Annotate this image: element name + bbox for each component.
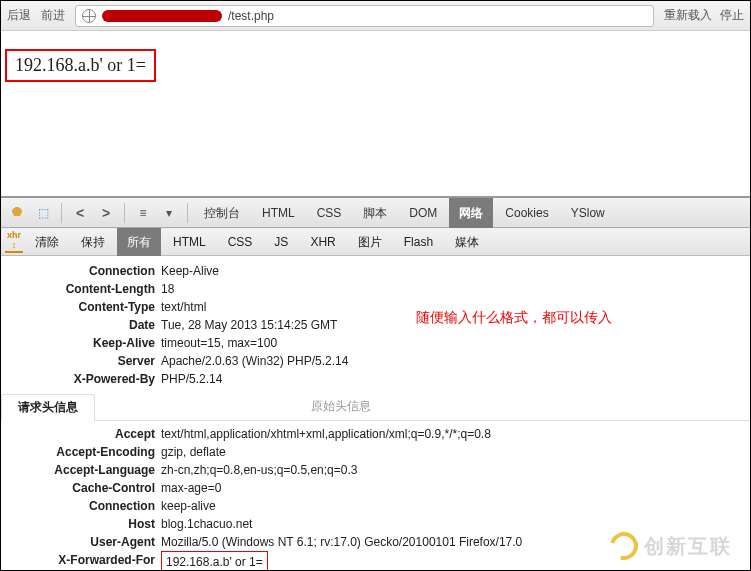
header-value: timeout=15, max=100 bbox=[161, 334, 277, 352]
annotation-text: 随便输入什么格式，都可以传入 bbox=[416, 309, 612, 327]
header-value: max-age=0 bbox=[161, 479, 221, 497]
subtab-images[interactable]: 图片 bbox=[348, 228, 392, 256]
header-value: keep-alive bbox=[161, 497, 216, 515]
header-value: Mozilla/5.0 (Windows NT 6.1; rv:17.0) Ge… bbox=[161, 533, 522, 551]
header-value: text/html bbox=[161, 298, 206, 316]
browser-toolbar: 后退 前进 /test.php 重新载入 停止 bbox=[1, 1, 750, 31]
xhr-icon[interactable]: xhr↕ bbox=[5, 230, 23, 253]
subtab-persist[interactable]: 保持 bbox=[71, 228, 115, 256]
subtab-clear[interactable]: 清除 bbox=[25, 228, 69, 256]
header-row: Hostblog.1chacuo.net bbox=[1, 515, 750, 533]
header-row: Keep-Alivetimeout=15, max=100 bbox=[1, 334, 750, 352]
stop-button[interactable]: 停止 bbox=[720, 7, 744, 24]
header-name: Host bbox=[1, 515, 161, 533]
tab-cookies[interactable]: Cookies bbox=[495, 198, 558, 228]
firebug-icon[interactable] bbox=[5, 202, 29, 224]
tab-dom[interactable]: DOM bbox=[399, 198, 447, 228]
header-row: Accept-Languagezh-cn,zh;q=0.8,en-us;q=0.… bbox=[1, 461, 750, 479]
header-row: Cache-Controlmax-age=0 bbox=[1, 479, 750, 497]
header-section-tabs: 请求头信息 原始头信息 bbox=[1, 394, 750, 421]
devtools-topbar: ⬚ < > ≡ ▾ 控制台 HTML CSS 脚本 DOM 网络 Cookies… bbox=[1, 198, 750, 228]
header-row: Content-Length18 bbox=[1, 280, 750, 298]
subtab-flash[interactable]: Flash bbox=[394, 228, 443, 256]
header-value: 192.168.a.b' or 1= bbox=[161, 551, 268, 571]
globe-icon bbox=[82, 9, 96, 23]
header-value: PHP/5.2.14 bbox=[161, 370, 222, 388]
list-icon[interactable]: ≡ bbox=[131, 202, 155, 224]
header-name: Cache-Control bbox=[1, 479, 161, 497]
subtab-css[interactable]: CSS bbox=[218, 228, 263, 256]
header-name: X-Forwarded-For bbox=[1, 551, 161, 569]
subtab-media[interactable]: 媒体 bbox=[445, 228, 489, 256]
inspect-icon[interactable]: ⬚ bbox=[31, 202, 55, 224]
page-content: 192.168.a.b' or 1= bbox=[1, 31, 750, 196]
header-name: Accept-Language bbox=[1, 461, 161, 479]
devtools-content: ConnectionKeep-AliveContent-Length18Cont… bbox=[1, 256, 750, 571]
header-value: Keep-Alive bbox=[161, 262, 219, 280]
section-tab-raw[interactable]: 原始头信息 bbox=[295, 394, 387, 420]
echoed-xff-value: 192.168.a.b' or 1= bbox=[5, 49, 156, 82]
tab-net[interactable]: 网络 bbox=[449, 198, 493, 228]
tab-html[interactable]: HTML bbox=[252, 198, 305, 228]
subtab-html[interactable]: HTML bbox=[163, 228, 216, 256]
header-row: User-AgentMozilla/5.0 (Windows NT 6.1; r… bbox=[1, 533, 750, 551]
header-name: Content-Length bbox=[1, 280, 161, 298]
devtools-subbar: xhr↕ 清除 保持 所有 HTML CSS JS XHR 图片 Flash 媒… bbox=[1, 228, 750, 256]
header-row: ConnectionKeep-Alive bbox=[1, 262, 750, 280]
header-value: text/html,application/xhtml+xml,applicat… bbox=[161, 425, 491, 443]
header-row: Connectionkeep-alive bbox=[1, 497, 750, 515]
header-row: X-Forwarded-For192.168.a.b' or 1= bbox=[1, 551, 750, 571]
header-value: blog.1chacuo.net bbox=[161, 515, 252, 533]
devtools-panel: ⬚ < > ≡ ▾ 控制台 HTML CSS 脚本 DOM 网络 Cookies… bbox=[1, 196, 750, 571]
url-bar[interactable]: /test.php bbox=[75, 5, 654, 27]
header-name: Keep-Alive bbox=[1, 334, 161, 352]
tab-yslow[interactable]: YSlow bbox=[561, 198, 615, 228]
header-name: Accept-Encoding bbox=[1, 443, 161, 461]
section-tab-request[interactable]: 请求头信息 bbox=[1, 394, 95, 421]
highlighted-xff-value: 192.168.a.b' or 1= bbox=[161, 551, 268, 571]
nav-back-icon[interactable]: < bbox=[68, 202, 92, 224]
header-name: User-Agent bbox=[1, 533, 161, 551]
header-value: 18 bbox=[161, 280, 174, 298]
header-row: Accepttext/html,application/xhtml+xml,ap… bbox=[1, 425, 750, 443]
back-button[interactable]: 后退 bbox=[7, 7, 31, 24]
header-name: X-Powered-By bbox=[1, 370, 161, 388]
header-name: Content-Type bbox=[1, 298, 161, 316]
header-name: Date bbox=[1, 316, 161, 334]
url-path: /test.php bbox=[228, 9, 274, 23]
header-value: Tue, 28 May 2013 15:14:25 GMT bbox=[161, 316, 337, 334]
header-row: ServerApache/2.0.63 (Win32) PHP/5.2.14 bbox=[1, 352, 750, 370]
header-name: Connection bbox=[1, 497, 161, 515]
forward-button[interactable]: 前进 bbox=[41, 7, 65, 24]
header-value: Apache/2.0.63 (Win32) PHP/5.2.14 bbox=[161, 352, 348, 370]
nav-forward-icon[interactable]: > bbox=[94, 202, 118, 224]
request-headers: Accepttext/html,application/xhtml+xml,ap… bbox=[1, 425, 750, 571]
response-headers: ConnectionKeep-AliveContent-Length18Cont… bbox=[1, 262, 750, 388]
subtab-xhr[interactable]: XHR bbox=[300, 228, 345, 256]
header-value: zh-cn,zh;q=0.8,en-us;q=0.5,en;q=0.3 bbox=[161, 461, 357, 479]
tab-console[interactable]: 控制台 bbox=[194, 198, 250, 228]
tab-css[interactable]: CSS bbox=[307, 198, 352, 228]
subtab-all[interactable]: 所有 bbox=[117, 228, 161, 256]
header-row: Content-Typetext/html bbox=[1, 298, 750, 316]
tab-script[interactable]: 脚本 bbox=[353, 198, 397, 228]
header-name: Server bbox=[1, 352, 161, 370]
url-redacted bbox=[102, 10, 222, 22]
header-name: Connection bbox=[1, 262, 161, 280]
header-row: DateTue, 28 May 2013 15:14:25 GMT bbox=[1, 316, 750, 334]
header-row: X-Powered-ByPHP/5.2.14 bbox=[1, 370, 750, 388]
header-row: Accept-Encodinggzip, deflate bbox=[1, 443, 750, 461]
header-value: gzip, deflate bbox=[161, 443, 226, 461]
reload-button[interactable]: 重新载入 bbox=[664, 7, 712, 24]
header-name: Accept bbox=[1, 425, 161, 443]
dropdown-icon[interactable]: ▾ bbox=[157, 202, 181, 224]
subtab-js[interactable]: JS bbox=[264, 228, 298, 256]
